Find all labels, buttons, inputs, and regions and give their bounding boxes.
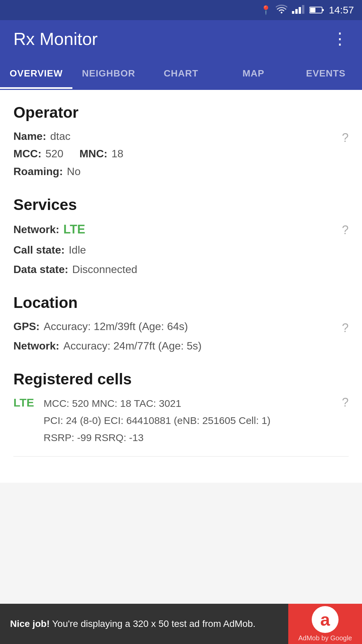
operator-name-row: Name: dtac ? <box>13 128 349 144</box>
ad-bold-text: Nice job! <box>10 619 50 629</box>
app-header: Rx Monitor ⋮ <box>0 20 362 58</box>
roaming-label: Roaming: <box>13 163 63 179</box>
status-bar: 📍 14:57 <box>0 0 362 20</box>
ad-normal-text: You're displaying a 320 x 50 test ad fro… <box>50 619 255 629</box>
svg-rect-6 <box>310 8 315 12</box>
registered-cells-title: Registered cells <box>13 370 349 388</box>
overflow-menu-icon[interactable]: ⋮ <box>332 31 349 47</box>
battery-icon <box>309 6 324 14</box>
callstate-label: Call state: <box>13 242 65 258</box>
mcc-label: MCC: <box>13 148 42 160</box>
tab-events[interactable]: EVENTS <box>290 58 362 89</box>
gps-label: GPS: <box>13 318 40 334</box>
operator-name-value: dtac <box>50 128 70 144</box>
mcc-value: 520 <box>46 148 63 160</box>
gps-value: Accuracy: 12m/39ft (Age: 64s) <box>44 318 188 334</box>
services-section: Services Network: LTE ? Call state: Idle… <box>13 196 349 277</box>
ad-logo-area: a AdMob by Google <box>288 604 362 644</box>
services-network-label: Network: <box>13 221 59 237</box>
svg-rect-5 <box>322 9 324 11</box>
tab-overview[interactable]: OVERVIEW <box>0 58 72 89</box>
cells-help-icon[interactable]: ? <box>342 395 349 410</box>
ad-banner[interactable]: Nice job! You're displaying a 320 x 50 t… <box>0 604 362 644</box>
operator-mnc: MNC: 18 <box>79 148 123 160</box>
operator-help-icon[interactable]: ? <box>342 129 349 147</box>
datastate-label: Data state: <box>13 261 68 277</box>
location-gps-row: GPS: Accuracy: 12m/39ft (Age: 64s) ? <box>13 318 349 334</box>
status-icons: 📍 14:57 <box>260 4 354 16</box>
cell-type-lte: LTE <box>13 395 44 409</box>
location-network-row: Network: Accuracy: 24m/77ft (Age: 5s) <box>13 338 349 354</box>
status-time: 14:57 <box>329 4 354 16</box>
svg-rect-3 <box>302 5 304 14</box>
operator-roaming-row: Roaming: No <box>13 163 349 179</box>
app-title: Rx Monitor <box>13 29 98 49</box>
ad-text: Nice job! You're displaying a 320 x 50 t… <box>10 617 255 630</box>
mnc-label: MNC: <box>79 148 108 160</box>
svg-rect-1 <box>295 9 298 14</box>
cell-line2: PCI: 24 (8-0) ECI: 64410881 (eNB: 251605… <box>44 412 349 429</box>
services-network-value: LTE <box>63 220 85 238</box>
tab-chart[interactable]: CHART <box>145 58 217 89</box>
datastate-value: Disconnected <box>72 261 137 277</box>
callstate-value: Idle <box>69 242 86 258</box>
cell-info-block: MCC: 520 MNC: 18 TAC: 3021 PCI: 24 (8-0)… <box>44 395 349 446</box>
ad-text-area: Nice job! You're displaying a 320 x 50 t… <box>0 604 288 644</box>
operator-mcc: MCC: 520 <box>13 148 63 160</box>
operator-section: Operator Name: dtac ? MCC: 520 MNC: 18 R… <box>13 103 349 179</box>
services-callstate-row: Call state: Idle <box>13 242 349 258</box>
location-network-value: Accuracy: 24m/77ft (Age: 5s) <box>63 338 202 354</box>
admob-label: AdMob by Google <box>298 634 352 642</box>
services-datastate-row: Data state: Disconnected <box>13 261 349 277</box>
admob-logo: a <box>312 606 339 633</box>
cell-row-lte: LTE MCC: 520 MNC: 18 TAC: 3021 PCI: 24 (… <box>13 395 349 453</box>
location-title: Location <box>13 293 349 312</box>
services-title: Services <box>13 196 349 214</box>
roaming-value: No <box>67 163 81 179</box>
services-network-row: Network: LTE ? <box>13 220 349 238</box>
tab-map[interactable]: MAP <box>217 58 290 89</box>
location-icon: 📍 <box>260 5 271 15</box>
main-content: Operator Name: dtac ? MCC: 520 MNC: 18 R… <box>0 90 362 483</box>
operator-title: Operator <box>13 103 349 121</box>
svg-rect-0 <box>292 11 294 14</box>
location-network-label: Network: <box>13 338 59 354</box>
services-help-icon[interactable]: ? <box>342 221 349 239</box>
wifi-icon <box>276 4 287 16</box>
operator-mcc-mnc-row: MCC: 520 MNC: 18 <box>13 148 349 160</box>
svg-rect-2 <box>299 7 301 14</box>
tab-neighbor[interactable]: NEIGHBOR <box>72 58 145 89</box>
cells-divider <box>13 456 349 457</box>
cell-line3: RSRP: -99 RSRQ: -13 <box>44 429 349 446</box>
operator-name-label: Name: <box>13 128 46 144</box>
registered-cells-section: Registered cells LTE MCC: 520 MNC: 18 TA… <box>13 370 349 457</box>
tab-bar: OVERVIEW NEIGHBOR CHART MAP EVENTS <box>0 58 362 90</box>
location-section: Location GPS: Accuracy: 12m/39ft (Age: 6… <box>13 293 349 354</box>
signal-icon <box>292 4 305 16</box>
mnc-value: 18 <box>111 148 123 160</box>
cell-line1: MCC: 520 MNC: 18 TAC: 3021 <box>44 395 349 412</box>
location-help-icon[interactable]: ? <box>342 319 349 337</box>
